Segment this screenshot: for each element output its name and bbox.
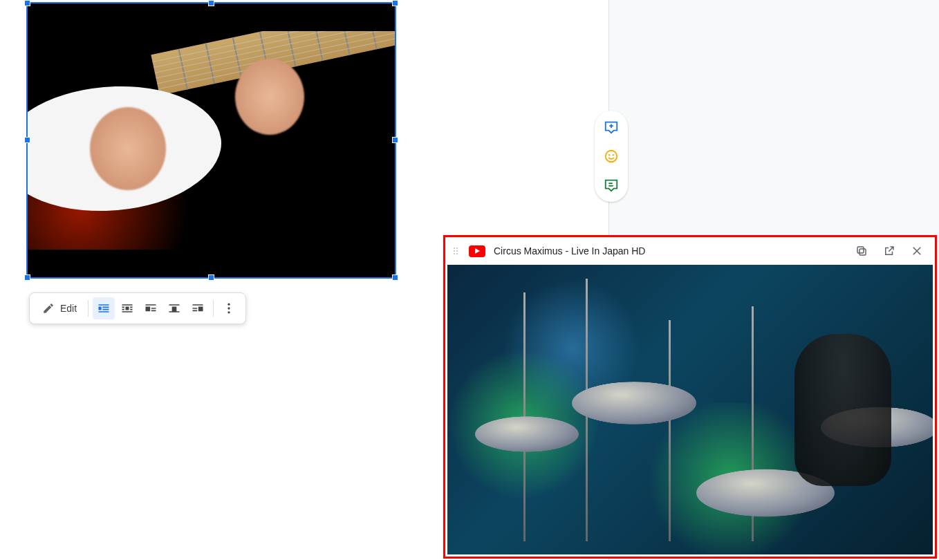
pip-header[interactable]: Circus Maximus - Live In Japan HD [445, 237, 935, 265]
image-content [28, 31, 395, 250]
suggest-edit-button[interactable] [600, 174, 622, 196]
svg-point-0 [227, 304, 230, 306]
resize-handle-tm[interactable] [208, 0, 214, 6]
svg-point-3 [606, 151, 617, 162]
svg-point-1 [227, 307, 230, 309]
image-toolbar: Edit [29, 292, 246, 324]
popout-icon [883, 245, 895, 257]
toolbar-divider [213, 300, 214, 317]
resize-handle-tr[interactable] [392, 0, 398, 6]
side-action-rail [595, 111, 628, 202]
resize-handle-tl[interactable] [24, 0, 30, 6]
youtube-logo-icon [469, 245, 485, 257]
edit-button[interactable]: Edit [35, 297, 84, 319]
pip-video-frame[interactable] [447, 265, 933, 554]
edit-button-label: Edit [60, 303, 77, 314]
wrap-inline-icon [97, 301, 111, 315]
resize-handle-bm[interactable] [208, 274, 214, 281]
svg-rect-7 [857, 247, 864, 253]
pip-close-button[interactable] [907, 241, 927, 261]
align-left-icon [144, 301, 158, 315]
picture-in-picture-player[interactable]: Circus Maximus - Live In Japan HD [443, 235, 937, 559]
pencil-icon [42, 302, 55, 315]
wrap-break-icon [120, 301, 134, 315]
drag-handle-icon[interactable] [454, 248, 461, 254]
align-center-button[interactable] [163, 297, 185, 319]
svg-point-5 [613, 154, 614, 156]
resize-handle-mr[interactable] [392, 137, 398, 143]
close-icon [911, 245, 923, 257]
align-left-button[interactable] [140, 297, 162, 319]
align-right-icon [191, 301, 205, 315]
suggest-edit-icon [604, 178, 619, 193]
pip-popout-button[interactable] [880, 241, 899, 261]
resize-handle-br[interactable] [392, 274, 398, 281]
emoji-icon [604, 149, 619, 164]
align-right-button[interactable] [187, 297, 209, 319]
add-comment-button[interactable] [600, 116, 622, 138]
pip-video-title: Circus Maximus - Live In Japan HD [494, 245, 844, 256]
wrap-break-button[interactable] [116, 297, 138, 319]
resize-handle-bl[interactable] [24, 274, 30, 281]
add-comment-icon [604, 120, 619, 135]
copy-icon [855, 245, 868, 257]
align-center-icon [167, 301, 181, 315]
toolbar-divider [88, 300, 89, 317]
selected-image-frame[interactable] [26, 2, 396, 279]
svg-point-2 [227, 311, 230, 313]
emoji-react-button[interactable] [600, 145, 622, 167]
more-vert-icon [222, 301, 236, 315]
more-options-button[interactable] [218, 297, 240, 319]
svg-point-4 [608, 154, 610, 156]
pip-copy-button[interactable] [852, 241, 871, 261]
wrap-inline-button[interactable] [93, 297, 115, 319]
svg-rect-6 [859, 249, 866, 255]
resize-handle-ml[interactable] [24, 137, 30, 143]
